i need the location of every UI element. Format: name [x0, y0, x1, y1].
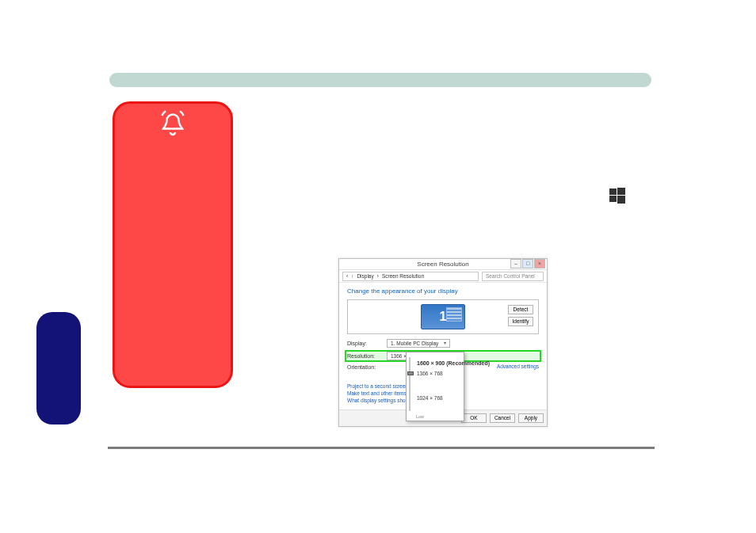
cancel-button[interactable]: Cancel	[490, 413, 515, 423]
display-label: Display:	[347, 341, 382, 346]
svg-rect-3	[617, 196, 625, 204]
search-input[interactable]: Search Control Panel	[482, 272, 544, 281]
resolution-slider-track[interactable]	[409, 357, 412, 411]
maximize-button[interactable]: □	[522, 259, 533, 268]
advanced-settings-link[interactable]: Advanced settings	[497, 364, 539, 369]
resolution-option[interactable]: 1600 × 900 (Recommended)	[417, 360, 460, 366]
breadcrumb[interactable]: ‹ ↑ Display › Screen Resolution	[342, 272, 479, 281]
back-icon[interactable]: ‹	[346, 272, 348, 280]
window-title-bar[interactable]: Screen Resolution – □ ×	[339, 259, 547, 270]
close-button[interactable]: ×	[534, 259, 545, 268]
page-heading: Change the appearance of your display	[347, 287, 539, 295]
detect-button[interactable]: Detect	[508, 305, 533, 314]
alert-panel	[113, 101, 233, 388]
preview-side-buttons: Detect Identify	[508, 305, 533, 326]
svg-rect-1	[617, 188, 625, 195]
decorative-top-bar	[109, 73, 651, 87]
alarm-bell-icon	[158, 109, 187, 137]
resolution-option[interactable]: 1366 × 768	[417, 371, 460, 376]
resolution-label: Resolution:	[347, 353, 382, 359]
bottom-divider	[108, 447, 655, 449]
display-row: Display: 1. Mobile PC Display	[347, 339, 539, 348]
ok-button[interactable]: OK	[461, 413, 487, 423]
slider-low-label: Low	[416, 414, 424, 419]
address-row: ‹ ↑ Display › Screen Resolution Search C…	[339, 270, 547, 283]
monitor-grid-icon	[446, 307, 462, 322]
window-title: Screen Resolution	[417, 261, 468, 268]
monitor-thumbnail[interactable]: 1	[421, 304, 465, 329]
resolution-slider-thumb[interactable]	[407, 371, 414, 375]
windows-logo-icon	[609, 188, 625, 204]
up-icon[interactable]: ↑	[351, 272, 353, 280]
identify-button[interactable]: Identify	[508, 317, 533, 326]
breadcrumb-item[interactable]: Screen Resolution	[382, 272, 424, 280]
orientation-label: Orientation:	[347, 364, 382, 370]
window-caption-buttons: – □ ×	[510, 259, 545, 269]
svg-rect-2	[609, 196, 617, 202]
display-dropdown[interactable]: 1. Mobile PC Display	[387, 339, 450, 348]
svg-rect-0	[609, 188, 617, 195]
side-blue-panel	[36, 312, 81, 424]
resolution-option[interactable]: 1024 × 768	[417, 395, 460, 401]
resolution-options-popup[interactable]: 1600 × 900 (Recommended) 1366 × 768 1024…	[406, 352, 464, 421]
apply-button[interactable]: Apply	[518, 413, 544, 423]
display-preview[interactable]: 1 Detect Identify	[347, 299, 539, 334]
breadcrumb-sep: ›	[377, 272, 379, 280]
display-value: 1. Mobile PC Display	[391, 340, 438, 347]
breadcrumb-item[interactable]: Display	[357, 272, 373, 280]
minimize-button[interactable]: –	[510, 259, 521, 268]
